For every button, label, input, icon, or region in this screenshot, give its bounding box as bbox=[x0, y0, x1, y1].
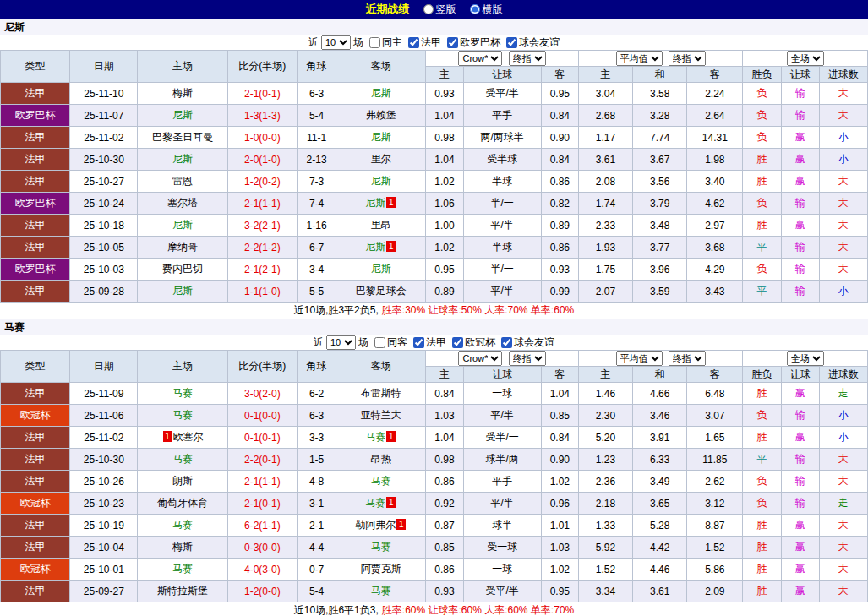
league-cell: 欧冠杯 bbox=[1, 493, 70, 515]
results-row: 法甲 25-11-02 巴黎圣日耳曼 1-0(0-0) 11-1 尼斯 0.98… bbox=[1, 127, 868, 149]
scope-select[interactable]: 全场 bbox=[787, 351, 824, 366]
away-odds-cell: 0.84 bbox=[541, 105, 578, 127]
cup-checkbox-input[interactable] bbox=[447, 37, 458, 48]
team-name: 梅斯 bbox=[172, 541, 193, 553]
horizontal-radio-input[interactable] bbox=[470, 4, 480, 14]
league-checkbox-input[interactable] bbox=[408, 37, 419, 48]
bookmaker-select[interactable]: Crow* bbox=[458, 51, 502, 66]
cup-checkbox[interactable]: 欧冠杯 bbox=[452, 335, 495, 350]
corners-cell: 2-1 bbox=[297, 515, 336, 537]
checkbox-label: 同客 bbox=[387, 335, 407, 350]
away-team-cell: 马赛1 bbox=[336, 493, 426, 515]
avg-home-cell: 2.18 bbox=[578, 493, 632, 515]
avg-home-cell: 1.33 bbox=[578, 515, 632, 537]
result-cell: 负 bbox=[743, 127, 781, 149]
layout-radio-horizontal[interactable]: 横版 bbox=[470, 3, 503, 17]
result-cell: 胜 bbox=[743, 383, 781, 405]
league-cell: 法甲 bbox=[1, 537, 70, 559]
corners-cell: 6-2 bbox=[297, 383, 336, 405]
same-venue-checkbox-input[interactable] bbox=[374, 337, 385, 348]
score-cell: 1-0(0-0) bbox=[227, 127, 297, 149]
avg-home-cell: 2.68 bbox=[578, 105, 632, 127]
away-team-cell: 勒阿弗尔1 bbox=[336, 515, 426, 537]
average-kind-select[interactable]: 终指 bbox=[669, 51, 706, 66]
away-team-cell: 弗赖堡 bbox=[336, 105, 426, 127]
home-odds-cell: 0.89 bbox=[426, 281, 463, 303]
away-team-cell: 尼斯 bbox=[336, 259, 426, 281]
results-row: 法甲 25-10-27 雷恩 1-2(0-2) 7-3 尼斯 1.02 半球 0… bbox=[1, 171, 868, 193]
handicap-result-cell: 输 bbox=[781, 493, 819, 515]
col-header-home: 主场 bbox=[138, 351, 227, 383]
friendly-checkbox-input[interactable] bbox=[506, 37, 517, 48]
handicap-cell: 一球 bbox=[463, 559, 541, 581]
team-name: 马赛 bbox=[172, 563, 193, 575]
cup-checkbox-input[interactable] bbox=[452, 337, 463, 348]
filter-suffix-label: 场 bbox=[353, 35, 363, 50]
handicap-select-group: Crow* 终指 bbox=[426, 351, 579, 367]
score-cell: 4-0(3-0) bbox=[227, 559, 297, 581]
match-count-select[interactable]: 10 bbox=[326, 335, 356, 350]
average-select[interactable]: 平均值 bbox=[616, 51, 663, 66]
away-odds-cell: 0.86 bbox=[541, 171, 578, 193]
league-checkbox[interactable]: 法甲 bbox=[413, 335, 446, 350]
handicap-cell: 平手 bbox=[463, 471, 541, 493]
home-team-cell: 马赛 bbox=[138, 559, 227, 581]
avg-home-cell: 1.52 bbox=[578, 559, 632, 581]
average-select[interactable]: 平均值 bbox=[616, 351, 663, 366]
match-count-select[interactable]: 10 bbox=[321, 35, 351, 50]
same-venue-checkbox-input[interactable] bbox=[369, 37, 380, 48]
friendly-checkbox[interactable]: 球会友谊 bbox=[501, 335, 554, 350]
average-kind-select[interactable]: 终指 bbox=[669, 351, 706, 366]
home-team-cell: 马赛 bbox=[138, 515, 227, 537]
away-odds-cell: 0.84 bbox=[541, 427, 578, 449]
avg-draw-cell: 3.91 bbox=[633, 427, 687, 449]
team-name: 马赛 bbox=[371, 541, 391, 553]
date-cell: 25-10-19 bbox=[70, 515, 138, 537]
goals-result-cell: 走 bbox=[819, 493, 867, 515]
league-cell: 欧冠杯 bbox=[1, 559, 70, 581]
checkbox-label: 法甲 bbox=[421, 35, 441, 50]
bookmaker-select[interactable]: Crow* bbox=[458, 351, 502, 366]
same-venue-checkbox[interactable]: 同主 bbox=[369, 35, 402, 50]
avg-draw-cell: 3.79 bbox=[633, 193, 687, 215]
col-header-score: 比分(半场) bbox=[227, 51, 297, 83]
league-cell: 法甲 bbox=[1, 171, 70, 193]
corners-cell: 1-16 bbox=[297, 215, 336, 237]
vertical-radio-input[interactable] bbox=[423, 4, 434, 14]
scope-select[interactable]: 全场 bbox=[787, 51, 824, 66]
col-header-handicap-away: 客 bbox=[541, 367, 578, 383]
handicap-cell: 平/半 bbox=[463, 215, 541, 237]
league-checkbox-input[interactable] bbox=[413, 337, 424, 348]
handicap-cell: 球半 bbox=[463, 515, 541, 537]
home-odds-cell: 1.04 bbox=[426, 427, 463, 449]
home-team-cell: 尼斯 bbox=[138, 149, 227, 171]
avg-draw-cell: 3.49 bbox=[633, 471, 687, 493]
layout-radio-vertical[interactable]: 竖版 bbox=[423, 3, 456, 17]
score-cell: 0-1(0-0) bbox=[227, 405, 297, 427]
handicap-result-cell: 输 bbox=[781, 405, 819, 427]
handicap-kind-select[interactable]: 终指 bbox=[509, 51, 546, 66]
handicap-result-cell: 输 bbox=[781, 83, 819, 105]
friendly-checkbox-input[interactable] bbox=[501, 337, 512, 348]
red-card-badge: 1 bbox=[163, 431, 172, 442]
same-venue-checkbox[interactable]: 同客 bbox=[374, 335, 407, 350]
away-team-cell: 尼斯1 bbox=[336, 237, 426, 259]
results-row: 法甲 25-10-30 尼斯 2-0(1-0) 2-13 里尔 1.04 受半球… bbox=[1, 149, 868, 171]
results-row: 法甲 25-11-09 马赛 3-0(2-0) 6-2 布雷斯特 0.84 一球… bbox=[1, 383, 868, 405]
league-cell: 法甲 bbox=[1, 471, 70, 493]
goals-result-cell: 大 bbox=[819, 193, 867, 215]
home-odds-cell: 1.06 bbox=[426, 193, 463, 215]
league-cell: 法甲 bbox=[1, 237, 70, 259]
friendly-checkbox[interactable]: 球会友谊 bbox=[506, 35, 560, 50]
league-checkbox[interactable]: 法甲 bbox=[408, 35, 441, 50]
col-header-avg-home: 主 bbox=[578, 367, 632, 383]
avg-away-cell: 1.65 bbox=[687, 427, 743, 449]
handicap-kind-select[interactable]: 终指 bbox=[509, 351, 546, 366]
cup-checkbox[interactable]: 欧罗巴杯 bbox=[447, 35, 500, 50]
avg-away-cell: 11.85 bbox=[687, 449, 743, 471]
avg-draw-cell: 3.61 bbox=[633, 581, 687, 602]
date-cell: 25-10-23 bbox=[70, 493, 138, 515]
home-team-cell: 葡萄牙体育 bbox=[138, 493, 227, 515]
score-cell: 3-2(2-1) bbox=[227, 215, 297, 237]
summary-line-nice: 近10场,胜3平2负5, 胜率:30% 让球率:50% 大率:70% 单率:60… bbox=[0, 303, 868, 319]
